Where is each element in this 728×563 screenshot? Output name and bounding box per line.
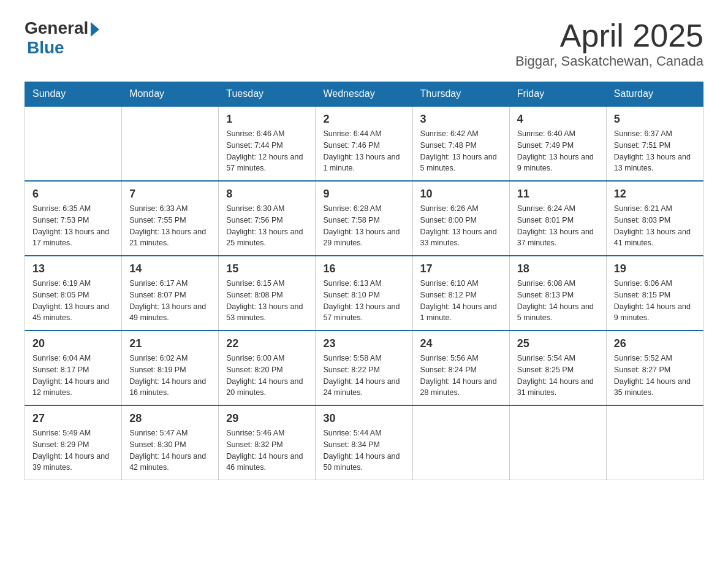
day-info: Sunrise: 6:26 AM Sunset: 8:00 PM Dayligh… <box>420 203 502 249</box>
day-number: 19 <box>614 262 696 275</box>
logo-blue-text: Blue <box>27 38 64 58</box>
day-info: Sunrise: 6:33 AM Sunset: 7:55 PM Dayligh… <box>129 203 211 249</box>
day-info: Sunrise: 6:30 AM Sunset: 7:56 PM Dayligh… <box>226 203 308 249</box>
day-number: 28 <box>129 412 211 425</box>
column-header-wednesday: Wednesday <box>316 82 412 107</box>
calendar-cell <box>509 405 606 480</box>
logo-arrow-icon <box>91 22 99 37</box>
calendar-cell: 4Sunrise: 6:40 AM Sunset: 7:49 PM Daylig… <box>509 106 606 181</box>
calendar-cell: 10Sunrise: 6:26 AM Sunset: 8:00 PM Dayli… <box>412 181 509 256</box>
day-info: Sunrise: 6:21 AM Sunset: 8:03 PM Dayligh… <box>614 203 696 249</box>
calendar-cell: 13Sunrise: 6:19 AM Sunset: 8:05 PM Dayli… <box>25 256 122 331</box>
week-row-2: 6Sunrise: 6:35 AM Sunset: 7:53 PM Daylig… <box>25 181 703 256</box>
day-number: 29 <box>226 412 308 425</box>
day-number: 6 <box>32 188 114 201</box>
calendar-cell: 26Sunrise: 5:52 AM Sunset: 8:27 PM Dayli… <box>606 331 703 405</box>
day-number: 16 <box>323 262 404 275</box>
day-info: Sunrise: 5:56 AM Sunset: 8:24 PM Dayligh… <box>420 353 502 399</box>
calendar-cell: 17Sunrise: 6:10 AM Sunset: 8:12 PM Dayli… <box>412 256 509 331</box>
day-info: Sunrise: 6:19 AM Sunset: 8:05 PM Dayligh… <box>32 278 114 324</box>
day-info: Sunrise: 5:46 AM Sunset: 8:32 PM Dayligh… <box>226 427 308 473</box>
day-info: Sunrise: 6:40 AM Sunset: 7:49 PM Dayligh… <box>517 128 599 174</box>
logo: General Blue <box>25 18 102 58</box>
day-number: 18 <box>517 262 599 275</box>
day-number: 17 <box>420 262 502 275</box>
day-number: 9 <box>323 188 404 201</box>
month-title: April 2025 <box>515 18 703 53</box>
calendar-cell: 23Sunrise: 5:58 AM Sunset: 8:22 PM Dayli… <box>316 331 412 405</box>
calendar-header-row: SundayMondayTuesdayWednesdayThursdayFrid… <box>25 82 703 107</box>
day-info: Sunrise: 6:04 AM Sunset: 8:17 PM Dayligh… <box>32 353 114 399</box>
day-number: 24 <box>420 337 502 350</box>
week-row-5: 27Sunrise: 5:49 AM Sunset: 8:29 PM Dayli… <box>25 405 703 480</box>
calendar-cell: 22Sunrise: 6:00 AM Sunset: 8:20 PM Dayli… <box>219 331 316 405</box>
calendar-cell <box>25 106 122 181</box>
calendar-cell: 6Sunrise: 6:35 AM Sunset: 7:53 PM Daylig… <box>25 181 122 256</box>
calendar-cell: 16Sunrise: 6:13 AM Sunset: 8:10 PM Dayli… <box>316 256 412 331</box>
calendar-cell: 25Sunrise: 5:54 AM Sunset: 8:25 PM Dayli… <box>509 331 606 405</box>
calendar-cell <box>412 405 509 480</box>
calendar-cell: 7Sunrise: 6:33 AM Sunset: 7:55 PM Daylig… <box>122 181 219 256</box>
day-number: 27 <box>32 412 114 425</box>
day-info: Sunrise: 6:17 AM Sunset: 8:07 PM Dayligh… <box>129 278 211 324</box>
day-number: 20 <box>32 337 114 350</box>
day-number: 13 <box>32 262 114 275</box>
day-info: Sunrise: 6:35 AM Sunset: 7:53 PM Dayligh… <box>32 203 114 249</box>
day-number: 4 <box>517 113 599 126</box>
week-row-1: 1Sunrise: 6:46 AM Sunset: 7:44 PM Daylig… <box>25 106 703 181</box>
calendar-cell: 12Sunrise: 6:21 AM Sunset: 8:03 PM Dayli… <box>606 181 703 256</box>
calendar-cell: 21Sunrise: 6:02 AM Sunset: 8:19 PM Dayli… <box>122 331 219 405</box>
day-info: Sunrise: 6:02 AM Sunset: 8:19 PM Dayligh… <box>129 353 211 399</box>
day-number: 25 <box>517 337 599 350</box>
day-info: Sunrise: 6:10 AM Sunset: 8:12 PM Dayligh… <box>420 278 502 324</box>
title-section: April 2025 Biggar, Saskatchewan, Canada <box>515 18 703 69</box>
day-number: 11 <box>517 188 599 201</box>
day-number: 8 <box>226 188 308 201</box>
calendar-cell <box>122 106 219 181</box>
calendar-cell: 29Sunrise: 5:46 AM Sunset: 8:32 PM Dayli… <box>219 405 316 480</box>
day-number: 23 <box>323 337 404 350</box>
day-number: 14 <box>129 262 211 275</box>
day-number: 21 <box>129 337 211 350</box>
day-info: Sunrise: 6:42 AM Sunset: 7:48 PM Dayligh… <box>420 128 502 174</box>
day-number: 1 <box>226 113 308 126</box>
day-info: Sunrise: 6:15 AM Sunset: 8:08 PM Dayligh… <box>226 278 308 324</box>
calendar-cell: 28Sunrise: 5:47 AM Sunset: 8:30 PM Dayli… <box>122 405 219 480</box>
calendar-table: SundayMondayTuesdayWednesdayThursdayFrid… <box>25 82 703 480</box>
day-number: 26 <box>614 337 696 350</box>
day-info: Sunrise: 6:08 AM Sunset: 8:13 PM Dayligh… <box>517 278 599 324</box>
day-info: Sunrise: 6:24 AM Sunset: 8:01 PM Dayligh… <box>517 203 599 249</box>
week-row-4: 20Sunrise: 6:04 AM Sunset: 8:17 PM Dayli… <box>25 331 703 405</box>
calendar-cell: 15Sunrise: 6:15 AM Sunset: 8:08 PM Dayli… <box>219 256 316 331</box>
day-info: Sunrise: 5:54 AM Sunset: 8:25 PM Dayligh… <box>517 353 599 399</box>
calendar-cell: 18Sunrise: 6:08 AM Sunset: 8:13 PM Dayli… <box>509 256 606 331</box>
day-number: 15 <box>226 262 308 275</box>
calendar-cell: 3Sunrise: 6:42 AM Sunset: 7:48 PM Daylig… <box>412 106 509 181</box>
calendar-cell: 2Sunrise: 6:44 AM Sunset: 7:46 PM Daylig… <box>316 106 412 181</box>
day-number: 22 <box>226 337 308 350</box>
column-header-tuesday: Tuesday <box>219 82 316 107</box>
column-header-sunday: Sunday <box>25 82 122 107</box>
day-info: Sunrise: 5:58 AM Sunset: 8:22 PM Dayligh… <box>323 353 404 399</box>
calendar-cell: 9Sunrise: 6:28 AM Sunset: 7:58 PM Daylig… <box>316 181 412 256</box>
calendar-cell: 11Sunrise: 6:24 AM Sunset: 8:01 PM Dayli… <box>509 181 606 256</box>
day-info: Sunrise: 6:13 AM Sunset: 8:10 PM Dayligh… <box>323 278 404 324</box>
calendar-cell: 5Sunrise: 6:37 AM Sunset: 7:51 PM Daylig… <box>606 106 703 181</box>
day-info: Sunrise: 5:44 AM Sunset: 8:34 PM Dayligh… <box>323 427 404 473</box>
calendar-cell: 19Sunrise: 6:06 AM Sunset: 8:15 PM Dayli… <box>606 256 703 331</box>
day-info: Sunrise: 6:37 AM Sunset: 7:51 PM Dayligh… <box>614 128 696 174</box>
column-header-friday: Friday <box>509 82 606 107</box>
column-header-monday: Monday <box>122 82 219 107</box>
page-header: General Blue April 2025 Biggar, Saskatch… <box>25 18 703 69</box>
calendar-cell: 8Sunrise: 6:30 AM Sunset: 7:56 PM Daylig… <box>219 181 316 256</box>
location-title: Biggar, Saskatchewan, Canada <box>515 53 703 69</box>
logo-general-text: General <box>25 18 88 38</box>
calendar-cell: 27Sunrise: 5:49 AM Sunset: 8:29 PM Dayli… <box>25 405 122 480</box>
day-number: 3 <box>420 113 502 126</box>
day-number: 30 <box>323 412 404 425</box>
day-number: 10 <box>420 188 502 201</box>
calendar-cell: 20Sunrise: 6:04 AM Sunset: 8:17 PM Dayli… <box>25 331 122 405</box>
week-row-3: 13Sunrise: 6:19 AM Sunset: 8:05 PM Dayli… <box>25 256 703 331</box>
day-info: Sunrise: 5:47 AM Sunset: 8:30 PM Dayligh… <box>129 427 211 473</box>
day-info: Sunrise: 6:46 AM Sunset: 7:44 PM Dayligh… <box>226 128 308 174</box>
